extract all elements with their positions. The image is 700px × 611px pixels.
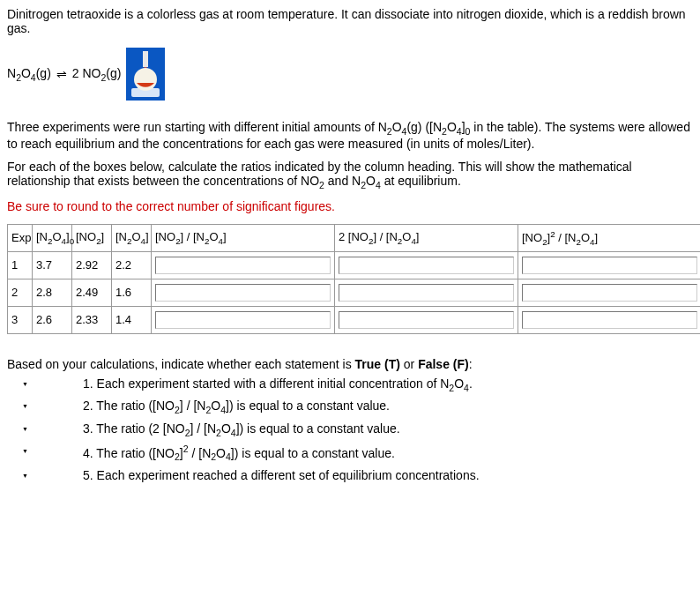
tf-dropdown-1[interactable] bbox=[7, 377, 30, 391]
ratio1-input-row1[interactable] bbox=[155, 257, 331, 274]
paragraph-1: Three experiments were run starting with… bbox=[7, 120, 693, 151]
ratio3-input-row2[interactable] bbox=[522, 284, 697, 302]
cell-n2o4-0: 2.8 bbox=[33, 279, 72, 306]
cell-no2: 2.49 bbox=[72, 279, 112, 306]
cell-n2o4-0: 3.7 bbox=[33, 251, 72, 279]
ratio1-input-row3[interactable] bbox=[155, 311, 331, 329]
table-row: 1 3.7 2.92 2.2 bbox=[8, 251, 701, 279]
header-n2o4: [N2O4] bbox=[112, 224, 152, 251]
header-n2o4-initial: [N2O4]0 bbox=[33, 224, 72, 251]
cell-n2o4: 1.6 bbox=[112, 279, 152, 306]
cell-no2: 2.92 bbox=[72, 251, 112, 279]
cell-n2o4-0: 2.6 bbox=[33, 306, 72, 333]
ratio2-input-row1[interactable] bbox=[339, 257, 514, 274]
header-no2: [NO2] bbox=[72, 224, 112, 251]
tf-dropdown-3[interactable] bbox=[7, 422, 30, 436]
header-ratio-1: [NO2] / [N2O4] bbox=[152, 224, 335, 251]
cell-exp: 2 bbox=[8, 279, 33, 306]
cell-no2: 2.33 bbox=[72, 306, 112, 333]
ratio1-input-row2[interactable] bbox=[155, 284, 331, 302]
warning-text: Be sure to round to the correct number o… bbox=[7, 199, 693, 213]
table-header-row: Exp [N2O4]0 [NO2] [N2O4] [NO2] / [N2O4] … bbox=[8, 224, 701, 251]
ratio3-input-row1[interactable] bbox=[522, 257, 697, 274]
cell-exp: 1 bbox=[8, 251, 33, 279]
header-exp: Exp bbox=[8, 224, 33, 251]
equation-arrow: ⇌ bbox=[56, 67, 67, 81]
ratio3-input-row3[interactable] bbox=[522, 311, 697, 329]
flask-image bbox=[126, 48, 165, 101]
svg-rect-3 bbox=[143, 51, 148, 67]
tf-dropdown-5[interactable] bbox=[7, 469, 30, 482]
cell-n2o4: 2.2 bbox=[112, 251, 152, 279]
header-ratio-3: [NO2]2 / [N2O4] bbox=[518, 224, 701, 251]
table-row: 2 2.8 2.49 1.6 bbox=[8, 279, 701, 306]
intro-text: Dinitrogen tetraoxide is a colorless gas… bbox=[7, 7, 693, 35]
equation-right: 2 NO2(g) bbox=[72, 66, 122, 83]
equation-left: N2O4(g) bbox=[7, 66, 51, 83]
statement-5: 5. Each experiment reached a different s… bbox=[83, 466, 693, 485]
ratio2-input-row2[interactable] bbox=[339, 284, 514, 302]
paragraph-2: For each of the boxes below, calculate t… bbox=[7, 160, 693, 190]
statement-3: 3. The ratio (2 [NO2] / [N2O4]) is equal… bbox=[83, 420, 693, 439]
equation-row: N2O4(g) ⇌ 2 NO2(g) bbox=[7, 48, 693, 101]
cell-exp: 3 bbox=[8, 306, 33, 333]
ratio2-input-row3[interactable] bbox=[339, 311, 514, 329]
header-ratio-2: 2 [NO2] / [N2O4] bbox=[335, 224, 518, 251]
cell-n2o4: 1.4 bbox=[112, 306, 152, 333]
ratio-table: Exp [N2O4]0 [NO2] [N2O4] [NO2] / [N2O4] … bbox=[7, 224, 700, 334]
statement-2: 2. The ratio ([NO2] / [N2O4]) is equal t… bbox=[83, 397, 693, 416]
statements-intro: Based on your calculations, indicate whe… bbox=[7, 357, 693, 371]
tf-dropdown-2[interactable] bbox=[7, 399, 30, 413]
statements-block: Based on your calculations, indicate whe… bbox=[7, 357, 693, 485]
statement-4: 4. The ratio ([NO2]2 / [N2O4]) is equal … bbox=[83, 442, 693, 464]
svg-point-2 bbox=[134, 68, 157, 91]
tf-dropdown-4[interactable] bbox=[7, 444, 30, 458]
table-row: 3 2.6 2.33 1.4 bbox=[8, 306, 701, 333]
statement-1: 1. Each experiment started with a differ… bbox=[83, 375, 693, 394]
